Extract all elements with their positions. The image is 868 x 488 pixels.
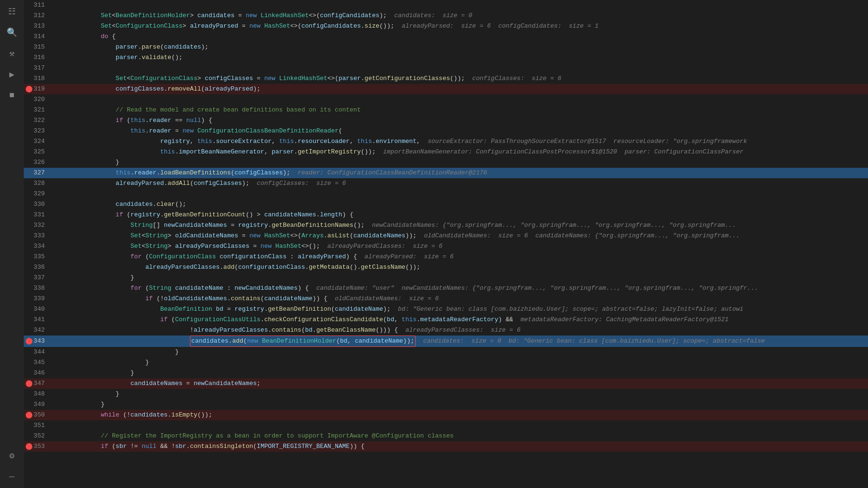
code-line (52, 0, 868, 10)
left-sidebar: ☷ 🔍 ⚒ ▶ ■ ⚙ — (0, 0, 24, 488)
code-line: do { (52, 31, 868, 42)
code-line: Set<String> oldCandidateNames = new Hash… (52, 231, 868, 241)
line-number: 351 (24, 420, 52, 431)
table-row: 329 (24, 189, 868, 199)
code-line: BeanDefinition bd = registry.getBeanDefi… (52, 304, 868, 315)
line-number: 335 (24, 252, 52, 262)
table-row: 323 this.reader = new ConfigurationClass… (24, 126, 868, 136)
line-number: 327 (24, 168, 52, 178)
debug-icon[interactable]: ▶ (5, 68, 19, 81)
line-number: 353 (24, 441, 52, 452)
line-number: 320 (24, 94, 52, 105)
breakpoint-dot (26, 338, 32, 345)
code-line: Set<String> alreadyParsedClasses = new H… (52, 241, 868, 252)
table-row: 312 Set<BeanDefinitionHolder> candidates… (24, 10, 868, 21)
line-number: 326 (24, 157, 52, 168)
code-line: for (ConfigurationClass configurationCla… (52, 252, 868, 262)
table-row: 311 (24, 0, 868, 10)
table-row: 347 candidateNames = newCandidateNames; (24, 378, 868, 389)
code-line: // Read the model and create bean defini… (52, 105, 868, 115)
line-number: 341 (24, 315, 52, 325)
code-line (52, 94, 868, 105)
table-row: 330 candidates.clear(); (24, 199, 868, 210)
code-line: } (52, 273, 868, 283)
code-table: 311 312 Set<BeanDefinitionHolder> candid… (24, 0, 868, 452)
code-line: Set<ConfigurationClass> alreadyParsed = … (52, 21, 868, 31)
table-row: 341 if (ConfigurationClassUtils.checkCon… (24, 315, 868, 325)
extensions-icon[interactable]: ■ (5, 89, 19, 102)
line-number: 350 (24, 410, 52, 420)
code-line: } (52, 357, 868, 368)
table-row: 313 Set<ConfigurationClass> alreadyParse… (24, 21, 868, 31)
line-number: 324 (24, 136, 52, 147)
line-number: 331 (24, 210, 52, 220)
settings-icon[interactable]: ⚙ (5, 449, 19, 462)
table-row: 343 candidates.add(new BeanDefinitionHol… (24, 336, 868, 347)
line-number: 314 (24, 31, 52, 42)
table-row: 333 Set<String> oldCandidateNames = new … (24, 231, 868, 241)
line-number: 319 (24, 84, 52, 94)
table-row: 337 } (24, 273, 868, 283)
line-number: 337 (24, 273, 52, 283)
line-number: 352 (24, 431, 52, 441)
line-number: 318 (24, 73, 52, 84)
table-row: 350 while (!candidates.isEmpty()); (24, 410, 868, 420)
minimize-icon[interactable]: — (5, 470, 19, 483)
table-row: 334 Set<String> alreadyParsedClasses = n… (24, 241, 868, 252)
code-line: for (String candidateName : newCandidate… (52, 283, 868, 294)
line-number: 328 (24, 178, 52, 189)
code-line: if (ConfigurationClassUtils.checkConfigu… (52, 315, 868, 325)
line-number: 343 (24, 336, 52, 347)
code-line: candidates.add(new BeanDefinitionHolder(… (52, 336, 868, 347)
code-line: while (!candidates.isEmpty()); (52, 410, 868, 420)
breakpoint-dot (26, 380, 32, 387)
table-row: 327 this.reader.loadBeanDefinitions(conf… (24, 168, 868, 178)
code-line: String[] newCandidateNames = registry.ge… (52, 220, 868, 231)
code-line: if (sbr != null && !sbr.containsSingleto… (52, 441, 868, 452)
code-line: candidateNames = newCandidateNames; (52, 378, 868, 389)
table-row: 314 do { (24, 31, 868, 42)
code-line: if (this.reader == null) { (52, 115, 868, 126)
files-icon[interactable]: ☷ (5, 5, 19, 18)
line-number: 321 (24, 105, 52, 115)
line-number: 344 (24, 347, 52, 357)
code-line: parser.parse(candidates); (52, 42, 868, 52)
table-row: 320 (24, 94, 868, 105)
editor-container: ☷ 🔍 ⚒ ▶ ■ ⚙ — 311 312 (0, 0, 868, 488)
table-row: 317 (24, 63, 868, 73)
table-row: 324 registry, this.sourceExtractor, this… (24, 136, 868, 147)
line-number: 346 (24, 368, 52, 378)
table-row: 344 } (24, 347, 868, 357)
code-line (52, 63, 868, 73)
code-line: } (52, 368, 868, 378)
table-row: 345 } (24, 357, 868, 368)
line-number: 333 (24, 231, 52, 241)
code-line: if (registry.getBeanDefinitionCount() > … (52, 210, 868, 220)
breakpoint-dot (26, 412, 32, 418)
line-number: 336 (24, 262, 52, 273)
table-row: 340 BeanDefinition bd = registry.getBean… (24, 304, 868, 315)
table-row: 325 this.importBeanNameGenerator, parser… (24, 147, 868, 157)
search-icon[interactable]: 🔍 (5, 26, 19, 39)
line-number: 316 (24, 52, 52, 63)
code-line (52, 189, 868, 199)
code-area[interactable]: 311 312 Set<BeanDefinitionHolder> candid… (24, 0, 868, 488)
line-number: 329 (24, 189, 52, 199)
table-row: 353 if (sbr != null && !sbr.containsSing… (24, 441, 868, 452)
code-line: configClasses.removeAll(alreadyParsed); (52, 84, 868, 94)
code-scroll[interactable]: 311 312 Set<BeanDefinitionHolder> candid… (24, 0, 868, 488)
table-row: 349 } (24, 399, 868, 410)
table-row: 331 if (registry.getBeanDefinitionCount(… (24, 210, 868, 220)
table-row: 316 parser.validate(); (24, 52, 868, 63)
line-number: 317 (24, 63, 52, 73)
code-line: alreadyParsedClasses.add(configurationCl… (52, 262, 868, 273)
table-row: 335 for (ConfigurationClass configuratio… (24, 252, 868, 262)
table-row: 332 String[] newCandidateNames = registr… (24, 220, 868, 231)
line-number: 312 (24, 10, 52, 21)
code-line: Set<BeanDefinitionHolder> candidates = n… (52, 10, 868, 21)
code-line: // Register the ImportRegistry as a bean… (52, 431, 868, 441)
breakpoint-dot (26, 443, 32, 450)
code-line: this.importBeanNameGenerator, parser.get… (52, 147, 868, 157)
git-icon[interactable]: ⚒ (5, 47, 19, 60)
code-line: alreadyParsed.addAll(configClasses); con… (52, 178, 868, 189)
